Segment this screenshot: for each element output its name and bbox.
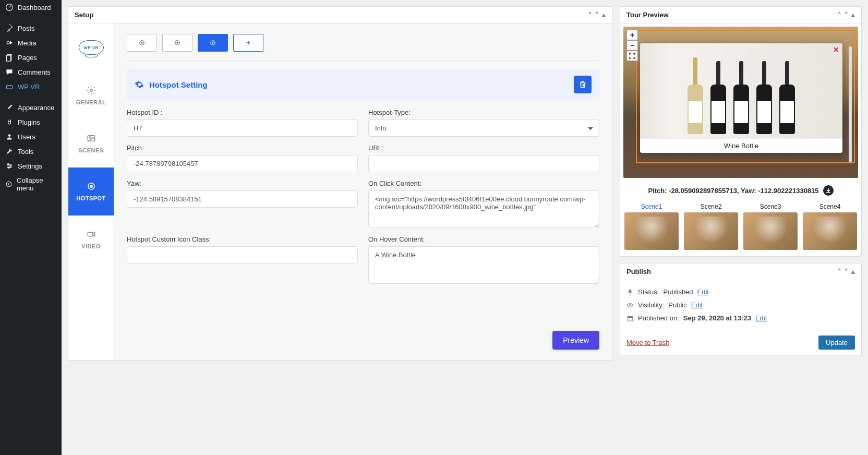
sidebar-item-wpvr[interactable]: WP VR bbox=[0, 79, 62, 94]
sidebar-item-pages[interactable]: Pages bbox=[0, 50, 62, 65]
hotspot-tab-add[interactable] bbox=[233, 34, 263, 52]
custom-icon-input[interactable] bbox=[127, 246, 358, 264]
popup-scrollbar[interactable] bbox=[849, 46, 852, 162]
popup-close-button[interactable]: ✕ bbox=[833, 45, 839, 54]
sidebar-label: Pages bbox=[18, 54, 37, 62]
panel-down-icon[interactable]: ˅ bbox=[845, 268, 848, 276]
preview-button[interactable]: Preview bbox=[552, 331, 599, 350]
svg-point-12 bbox=[89, 137, 91, 138]
url-input[interactable] bbox=[368, 155, 599, 172]
sidebar-label: Comments bbox=[18, 68, 51, 76]
zoom-out-button[interactable]: − bbox=[626, 40, 638, 51]
scene-thumb-3[interactable]: Scene3 bbox=[743, 203, 798, 250]
sidebar-label: Appearance bbox=[18, 104, 54, 112]
hotspot-id-input[interactable] bbox=[127, 119, 358, 137]
sidebar-item-dashboard[interactable]: Dashboard bbox=[0, 0, 62, 15]
onclick-textarea[interactable]: <img src="https://wordpress5f0406f1e00ee… bbox=[368, 190, 599, 228]
brush-icon bbox=[5, 103, 14, 112]
publish-title: Publish bbox=[626, 268, 651, 276]
panel-up-icon[interactable]: ˄ bbox=[588, 11, 592, 19]
svg-rect-3 bbox=[6, 55, 10, 61]
panel-up-icon[interactable]: ˄ bbox=[838, 11, 841, 19]
scene-thumb-4[interactable]: Scene4 bbox=[803, 203, 857, 250]
onhover-label: On Hover Content: bbox=[368, 235, 599, 243]
delete-hotspot-button[interactable] bbox=[574, 76, 592, 93]
panel-toggle-icon[interactable]: ▴ bbox=[602, 11, 606, 19]
wp-admin-sidebar: Dashboard Posts Media Pages Comments WP … bbox=[0, 0, 62, 367]
sidebar-item-comments[interactable]: Comments bbox=[0, 65, 62, 79]
panel-toggle-icon[interactable]: ▴ bbox=[851, 11, 855, 19]
panel-down-icon[interactable]: ˅ bbox=[845, 11, 848, 19]
popup-caption: Wine Bottle bbox=[640, 138, 842, 153]
edit-status-link[interactable]: Edit bbox=[697, 288, 709, 296]
tab-video[interactable]: VIDEO bbox=[68, 215, 114, 264]
page-icon bbox=[5, 53, 14, 62]
hotspot-tab-3[interactable] bbox=[198, 34, 228, 52]
svg-point-1 bbox=[7, 42, 9, 44]
hotspot-tab-1[interactable] bbox=[127, 34, 157, 52]
sidebar-item-tools[interactable]: Tools bbox=[0, 144, 62, 159]
plug-icon bbox=[5, 118, 14, 126]
yaw-input[interactable] bbox=[127, 190, 358, 208]
video-icon bbox=[87, 230, 96, 239]
panel-down-icon[interactable]: ˅ bbox=[595, 11, 599, 19]
pitch-input[interactable] bbox=[127, 155, 358, 172]
sidebar-item-media[interactable]: Media bbox=[0, 35, 62, 50]
sidebar-label: Collapse menu bbox=[17, 176, 56, 192]
move-to-trash-link[interactable]: Move to Trash bbox=[626, 339, 669, 346]
wpvr-logo-icon: WP VR bbox=[79, 40, 104, 55]
sidebar-item-plugins[interactable]: Plugins bbox=[0, 115, 62, 129]
sidebar-item-posts[interactable]: Posts bbox=[0, 21, 62, 35]
dashboard-icon bbox=[5, 3, 14, 11]
target-icon bbox=[87, 182, 96, 191]
scene-thumb-2[interactable]: Scene2 bbox=[684, 203, 738, 250]
tab-general[interactable]: GENERAL bbox=[68, 71, 114, 119]
hotspot-tab-2[interactable] bbox=[162, 34, 192, 52]
hotspot-type-label: Hotspot-Type: bbox=[368, 109, 599, 116]
publish-status-row: Status: Published Edit bbox=[626, 285, 855, 298]
sidebar-item-settings[interactable]: Settings bbox=[0, 159, 62, 173]
url-label: URL: bbox=[368, 144, 599, 152]
zoom-in-button[interactable]: + bbox=[626, 30, 638, 40]
svg-rect-4 bbox=[6, 86, 12, 89]
sidebar-item-users[interactable]: Users bbox=[0, 129, 62, 144]
edit-date-link[interactable]: Edit bbox=[755, 314, 767, 322]
hotspot-setting-title: Hotspot Setting bbox=[135, 80, 208, 89]
download-icon[interactable] bbox=[823, 185, 834, 196]
svg-point-17 bbox=[141, 42, 142, 43]
tab-scenes[interactable]: SCENES bbox=[68, 119, 114, 167]
sidebar-item-appearance[interactable]: Appearance bbox=[0, 100, 62, 115]
collapse-icon bbox=[5, 180, 13, 188]
panorama-viewer[interactable]: + − ✕ Wine Bottle bbox=[623, 27, 858, 178]
svg-point-5 bbox=[8, 134, 11, 137]
publish-visibility-row: Visibility: Public Edit bbox=[626, 298, 855, 312]
comment-icon bbox=[5, 68, 14, 76]
fullscreen-button[interactable] bbox=[626, 51, 638, 61]
onhover-textarea[interactable]: A Wine Bottle bbox=[368, 246, 599, 284]
pin-icon bbox=[626, 289, 634, 296]
onclick-label: On Click Content: bbox=[368, 179, 599, 187]
custom-icon-label: Hotspot Custom Icon Class: bbox=[127, 235, 358, 243]
sidebar-item-collapse[interactable]: Collapse menu bbox=[0, 173, 62, 195]
panel-up-icon[interactable]: ˄ bbox=[838, 268, 841, 276]
sidebar-label: Users bbox=[18, 133, 35, 141]
scene-thumb-1[interactable]: Scene1 bbox=[624, 203, 679, 250]
svg-point-8 bbox=[8, 167, 9, 168]
panel-toggle-icon[interactable]: ▴ bbox=[851, 268, 855, 276]
svg-point-21 bbox=[212, 42, 213, 43]
calendar-icon bbox=[626, 315, 634, 322]
sidebar-label: Settings bbox=[18, 162, 42, 170]
hotspot-popup: ✕ Wine Bottle bbox=[640, 43, 842, 153]
edit-visibility-link[interactable]: Edit bbox=[691, 301, 703, 309]
sidebar-label: Media bbox=[18, 39, 36, 47]
hotspot-type-select[interactable]: Info bbox=[368, 119, 599, 137]
tab-label: HOTSPOT bbox=[76, 195, 106, 201]
tab-hotspot[interactable]: HOTSPOT bbox=[68, 167, 114, 215]
eye-icon bbox=[626, 302, 634, 309]
tab-logo[interactable]: WP VR bbox=[68, 23, 114, 71]
tab-label: SCENES bbox=[78, 147, 103, 153]
tour-preview-title: Tour Preview bbox=[626, 11, 669, 19]
update-button[interactable]: Update bbox=[818, 336, 855, 350]
sidebar-label: Tools bbox=[18, 148, 33, 155]
tab-label: VIDEO bbox=[81, 243, 101, 249]
